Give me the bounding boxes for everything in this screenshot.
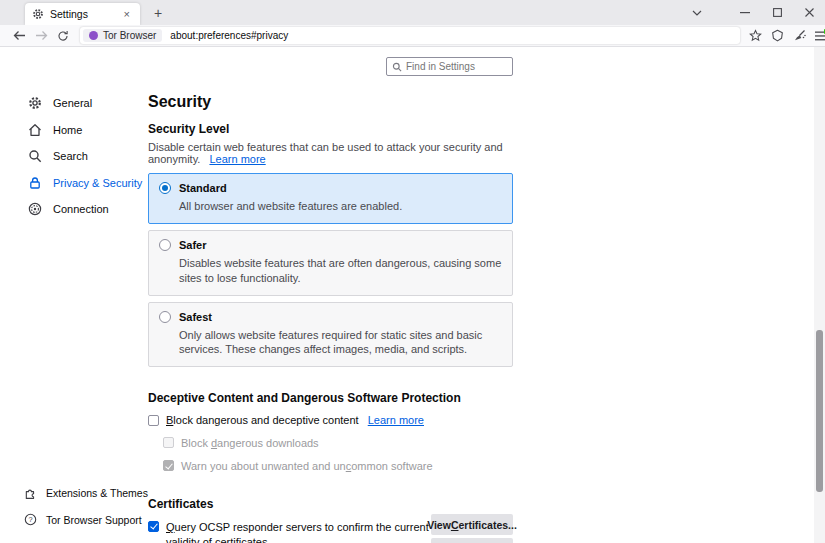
url-bar[interactable]: Tor Browser about:preferences#privacy — [80, 27, 740, 44]
security-option-safest[interactable]: Safest Only allows website features requ… — [148, 302, 513, 368]
radio-safer[interactable] — [159, 239, 171, 251]
search-input[interactable] — [406, 61, 507, 72]
sidebar-item-general[interactable]: General — [0, 90, 148, 117]
forward-icon[interactable] — [30, 27, 52, 45]
security-devices-button[interactable]: Security Devices... — [431, 538, 513, 543]
certificates-row: Query OCSP responder servers to confirm … — [148, 520, 513, 543]
certificates-buttons: View Certificates... Security Devices... — [431, 514, 513, 543]
sidebar-item-support[interactable]: ? Tor Browser Support — [0, 507, 148, 534]
home-icon — [28, 123, 42, 137]
back-icon[interactable] — [8, 27, 30, 45]
view-certificates-button[interactable]: View Certificates... — [431, 514, 513, 535]
sidebar-item-label: Connection — [53, 203, 109, 215]
question-icon: ? — [24, 513, 37, 526]
security-option-standard[interactable]: Standard All browser and website feature… — [148, 173, 513, 224]
option-label: Safer — [179, 239, 207, 251]
navigation-toolbar: Tor Browser about:preferences#privacy — [0, 25, 825, 47]
url-text: about:preferences#privacy — [170, 30, 288, 41]
search-icon — [392, 62, 402, 72]
deceptive-learn-more-link[interactable]: Learn more — [368, 414, 424, 426]
sidebar-item-search[interactable]: Search — [0, 143, 148, 170]
ocsp-label: Query OCSP responder servers to confirm … — [166, 520, 438, 543]
list-all-tabs-chevron-down-icon[interactable] — [681, 0, 713, 25]
puzzle-icon — [24, 487, 37, 500]
search-icon — [28, 149, 42, 163]
find-in-settings-box[interactable] — [386, 57, 513, 76]
browser-window: Settings × + — [0, 0, 825, 543]
window-controls — [681, 0, 825, 25]
hamburger-menu-icon[interactable] — [810, 27, 825, 45]
option-description: Disables website features that are often… — [179, 256, 502, 286]
sidebar-item-connection[interactable]: Connection — [0, 196, 148, 223]
page-title: Security — [148, 93, 513, 111]
ocsp-checkbox[interactable] — [148, 521, 159, 532]
settings-main: Security Security Level Disable certain … — [148, 47, 513, 543]
option-description: All browser and website features are ena… — [179, 199, 502, 214]
sidebar-item-label: Home — [53, 124, 82, 136]
option-label: Standard — [179, 182, 227, 194]
close-window-button[interactable] — [793, 0, 825, 25]
sidebar-item-label: Tor Browser Support — [46, 514, 142, 526]
sidebar-item-label: Search — [53, 150, 88, 162]
security-level-description: Disable certain web features that can be… — [148, 141, 513, 165]
radio-safest[interactable] — [159, 311, 171, 323]
sidebar-item-label: Extensions & Themes — [46, 487, 148, 499]
radio-standard[interactable] — [159, 182, 171, 194]
sidebar-item-privacy-security[interactable]: Privacy & Security — [0, 170, 148, 197]
block-dangerous-downloads-checkbox — [163, 437, 174, 448]
svg-text:?: ? — [28, 516, 32, 525]
warn-uncommon-software-row: Warn you about unwanted and uncommon sof… — [163, 460, 513, 474]
security-level-heading: Security Level — [148, 122, 513, 136]
checkbox-label: Block dangerous downloads — [181, 437, 319, 451]
new-tab-button[interactable]: + — [148, 4, 168, 22]
block-dangerous-content-checkbox[interactable] — [148, 415, 159, 426]
settings-sidebar: General Home Search — [0, 47, 148, 543]
checkbox-label: Warn you about unwanted and uncommon sof… — [181, 460, 433, 474]
tor-browser-logo-icon — [89, 31, 98, 40]
security-level-learn-more-link[interactable]: Learn more — [209, 153, 265, 165]
sidebar-item-label: Privacy & Security — [53, 177, 142, 189]
checkbox-label: Block dangerous and deceptive content Le… — [166, 414, 424, 428]
site-identity-chip[interactable]: Tor Browser — [83, 29, 162, 42]
new-identity-broom-icon[interactable] — [788, 27, 810, 45]
settings-favicon-gear-icon — [32, 8, 44, 20]
bookmark-star-icon[interactable] — [744, 27, 766, 45]
scrollbar-thumb[interactable] — [816, 330, 823, 492]
block-dangerous-downloads-row: Block dangerous downloads — [163, 437, 513, 451]
site-chip-label: Tor Browser — [103, 30, 156, 41]
tab-title: Settings — [50, 8, 115, 20]
sidebar-item-label: General — [53, 97, 92, 109]
tab-settings[interactable]: Settings × — [25, 3, 140, 25]
certificates-heading: Certificates — [148, 497, 513, 511]
security-option-safer[interactable]: Safer Disables website features that are… — [148, 230, 513, 296]
gear-icon — [28, 96, 42, 110]
toolbar-buttons — [744, 27, 825, 45]
tab-close-icon[interactable]: × — [121, 8, 133, 21]
deceptive-content-heading: Deceptive Content and Dangerous Software… — [148, 391, 513, 405]
maximize-button[interactable] — [761, 0, 793, 25]
reload-icon[interactable] — [52, 27, 74, 45]
lock-icon — [28, 176, 42, 190]
minimize-button[interactable] — [729, 0, 761, 25]
option-label: Safest — [179, 311, 212, 323]
settings-page: General Home Search — [0, 47, 825, 543]
warn-uncommon-software-checkbox — [163, 460, 174, 471]
security-level-shield-icon[interactable] — [766, 27, 788, 45]
sidebar-item-extensions-themes[interactable]: Extensions & Themes — [0, 480, 148, 507]
title-bar: Settings × + — [0, 0, 825, 25]
connection-icon — [28, 202, 42, 216]
option-description: Only allows website features required fo… — [179, 328, 502, 358]
sidebar-footer: Extensions & Themes ? Tor Browser Suppor… — [0, 480, 148, 533]
sidebar-item-home[interactable]: Home — [0, 117, 148, 144]
vertical-scrollbar[interactable] — [814, 47, 825, 543]
block-dangerous-content-row: Block dangerous and deceptive content Le… — [148, 414, 513, 428]
